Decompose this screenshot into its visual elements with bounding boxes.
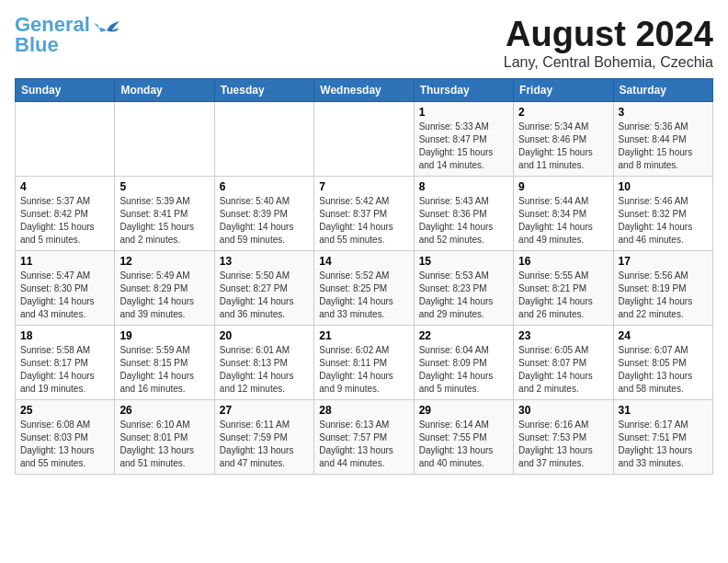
calendar-cell bbox=[314, 102, 414, 177]
day-info: Sunrise: 6:02 AM Sunset: 8:11 PM Dayligh… bbox=[319, 344, 408, 396]
day-info: Sunrise: 5:53 AM Sunset: 8:23 PM Dayligh… bbox=[419, 270, 508, 321]
calendar-cell: 22Sunrise: 6:04 AM Sunset: 8:09 PM Dayli… bbox=[414, 326, 513, 400]
calendar-cell: 4Sunrise: 5:37 AM Sunset: 8:42 PM Daylig… bbox=[16, 177, 115, 251]
day-number: 1 bbox=[419, 106, 508, 119]
day-info: Sunrise: 6:13 AM Sunset: 7:57 PM Dayligh… bbox=[319, 419, 408, 470]
calendar-cell bbox=[16, 102, 115, 177]
main-title: August 2024 bbox=[504, 15, 713, 54]
day-info: Sunrise: 5:59 AM Sunset: 8:15 PM Dayligh… bbox=[119, 344, 209, 396]
day-info: Sunrise: 5:56 AM Sunset: 8:19 PM Dayligh… bbox=[619, 270, 708, 321]
calendar-cell: 17Sunrise: 5:56 AM Sunset: 8:19 PM Dayli… bbox=[613, 251, 712, 326]
week-row-2: 4Sunrise: 5:37 AM Sunset: 8:42 PM Daylig… bbox=[16, 177, 713, 251]
calendar-cell: 1Sunrise: 5:33 AM Sunset: 8:47 PM Daylig… bbox=[414, 102, 513, 177]
column-header-wednesday: Wednesday bbox=[314, 79, 414, 102]
day-number: 4 bbox=[20, 180, 109, 193]
day-info: Sunrise: 5:49 AM Sunset: 8:29 PM Dayligh… bbox=[119, 270, 209, 321]
day-info: Sunrise: 6:05 AM Sunset: 8:07 PM Dayligh… bbox=[518, 344, 608, 396]
column-header-tuesday: Tuesday bbox=[214, 79, 313, 102]
calendar-cell: 28Sunrise: 6:13 AM Sunset: 7:57 PM Dayli… bbox=[314, 400, 414, 475]
calendar-cell: 31Sunrise: 6:17 AM Sunset: 7:51 PM Dayli… bbox=[613, 400, 712, 475]
calendar-cell: 11Sunrise: 5:47 AM Sunset: 8:30 PM Dayli… bbox=[16, 251, 115, 326]
column-header-monday: Monday bbox=[115, 79, 214, 102]
calendar-cell: 9Sunrise: 5:44 AM Sunset: 8:34 PM Daylig… bbox=[514, 177, 613, 251]
day-info: Sunrise: 6:14 AM Sunset: 7:55 PM Dayligh… bbox=[419, 419, 508, 470]
calendar-cell bbox=[214, 102, 313, 177]
day-number: 11 bbox=[20, 255, 109, 268]
day-number: 19 bbox=[119, 329, 209, 342]
day-number: 2 bbox=[518, 106, 608, 119]
day-info: Sunrise: 5:36 AM Sunset: 8:44 PM Dayligh… bbox=[619, 121, 708, 172]
day-info: Sunrise: 6:08 AM Sunset: 8:03 PM Dayligh… bbox=[20, 419, 109, 470]
day-info: Sunrise: 6:07 AM Sunset: 8:05 PM Dayligh… bbox=[619, 344, 708, 396]
day-number: 16 bbox=[518, 255, 608, 268]
week-row-5: 25Sunrise: 6:08 AM Sunset: 8:03 PM Dayli… bbox=[16, 400, 713, 475]
day-number: 13 bbox=[220, 255, 309, 268]
day-number: 24 bbox=[619, 329, 708, 342]
calendar-cell: 8Sunrise: 5:43 AM Sunset: 8:36 PM Daylig… bbox=[414, 177, 513, 251]
day-info: Sunrise: 6:16 AM Sunset: 7:53 PM Dayligh… bbox=[518, 419, 608, 470]
calendar-cell: 24Sunrise: 6:07 AM Sunset: 8:05 PM Dayli… bbox=[613, 326, 712, 400]
calendar-cell: 5Sunrise: 5:39 AM Sunset: 8:41 PM Daylig… bbox=[115, 177, 214, 251]
calendar-cell: 2Sunrise: 5:34 AM Sunset: 8:46 PM Daylig… bbox=[514, 102, 613, 177]
day-number: 6 bbox=[220, 180, 309, 193]
calendar-cell: 26Sunrise: 6:10 AM Sunset: 8:01 PM Dayli… bbox=[115, 400, 214, 475]
day-info: Sunrise: 5:34 AM Sunset: 8:46 PM Dayligh… bbox=[518, 121, 608, 172]
day-info: Sunrise: 5:40 AM Sunset: 8:39 PM Dayligh… bbox=[220, 195, 309, 247]
calendar-cell bbox=[115, 102, 214, 177]
calendar-cell: 29Sunrise: 6:14 AM Sunset: 7:55 PM Dayli… bbox=[414, 400, 513, 475]
calendar-cell: 30Sunrise: 6:16 AM Sunset: 7:53 PM Dayli… bbox=[514, 400, 613, 475]
day-info: Sunrise: 5:52 AM Sunset: 8:25 PM Dayligh… bbox=[319, 270, 408, 321]
logo-text: General Blue bbox=[15, 15, 90, 55]
day-info: Sunrise: 6:04 AM Sunset: 8:09 PM Dayligh… bbox=[419, 344, 508, 396]
calendar-cell: 12Sunrise: 5:49 AM Sunset: 8:29 PM Dayli… bbox=[115, 251, 214, 326]
logo-blue: Blue bbox=[15, 33, 59, 56]
calendar-cell: 13Sunrise: 5:50 AM Sunset: 8:27 PM Dayli… bbox=[214, 251, 313, 326]
day-info: Sunrise: 6:17 AM Sunset: 7:51 PM Dayligh… bbox=[619, 419, 708, 470]
day-info: Sunrise: 6:10 AM Sunset: 8:01 PM Dayligh… bbox=[119, 419, 209, 470]
calendar-cell: 25Sunrise: 6:08 AM Sunset: 8:03 PM Dayli… bbox=[16, 400, 115, 475]
page-header: General Blue August 2024 Lany, Central B… bbox=[15, 15, 713, 71]
calendar-cell: 14Sunrise: 5:52 AM Sunset: 8:25 PM Dayli… bbox=[314, 251, 414, 326]
day-number: 21 bbox=[319, 329, 408, 342]
day-number: 25 bbox=[20, 404, 109, 417]
calendar-cell: 20Sunrise: 6:01 AM Sunset: 8:13 PM Dayli… bbox=[214, 326, 313, 400]
week-row-3: 11Sunrise: 5:47 AM Sunset: 8:30 PM Dayli… bbox=[16, 251, 713, 326]
logo-bird-icon bbox=[94, 21, 119, 41]
day-number: 9 bbox=[518, 180, 608, 193]
calendar-cell: 16Sunrise: 5:55 AM Sunset: 8:21 PM Dayli… bbox=[514, 251, 613, 326]
calendar-cell: 27Sunrise: 6:11 AM Sunset: 7:59 PM Dayli… bbox=[214, 400, 313, 475]
calendar-cell: 23Sunrise: 6:05 AM Sunset: 8:07 PM Dayli… bbox=[514, 326, 613, 400]
subtitle: Lany, Central Bohemia, Czechia bbox=[504, 54, 713, 71]
day-info: Sunrise: 5:33 AM Sunset: 8:47 PM Dayligh… bbox=[419, 121, 508, 172]
day-info: Sunrise: 5:44 AM Sunset: 8:34 PM Dayligh… bbox=[518, 195, 608, 247]
day-info: Sunrise: 5:50 AM Sunset: 8:27 PM Dayligh… bbox=[220, 270, 309, 321]
column-header-friday: Friday bbox=[514, 79, 613, 102]
day-number: 15 bbox=[419, 255, 508, 268]
day-number: 27 bbox=[220, 404, 309, 417]
day-info: Sunrise: 5:58 AM Sunset: 8:17 PM Dayligh… bbox=[20, 344, 109, 396]
day-info: Sunrise: 5:37 AM Sunset: 8:42 PM Dayligh… bbox=[20, 195, 109, 247]
day-number: 31 bbox=[619, 404, 708, 417]
day-number: 18 bbox=[20, 329, 109, 342]
column-header-thursday: Thursday bbox=[414, 79, 513, 102]
title-section: August 2024 Lany, Central Bohemia, Czech… bbox=[504, 15, 713, 71]
day-info: Sunrise: 5:42 AM Sunset: 8:37 PM Dayligh… bbox=[319, 195, 408, 247]
calendar-cell: 15Sunrise: 5:53 AM Sunset: 8:23 PM Dayli… bbox=[414, 251, 513, 326]
day-number: 14 bbox=[319, 255, 408, 268]
day-number: 7 bbox=[319, 180, 408, 193]
day-number: 3 bbox=[619, 106, 708, 119]
day-info: Sunrise: 6:01 AM Sunset: 8:13 PM Dayligh… bbox=[220, 344, 309, 396]
column-header-sunday: Sunday bbox=[16, 79, 115, 102]
week-row-4: 18Sunrise: 5:58 AM Sunset: 8:17 PM Dayli… bbox=[16, 326, 713, 400]
day-number: 17 bbox=[619, 255, 708, 268]
day-number: 26 bbox=[119, 404, 209, 417]
day-info: Sunrise: 5:46 AM Sunset: 8:32 PM Dayligh… bbox=[619, 195, 708, 247]
day-number: 10 bbox=[619, 180, 708, 193]
logo: General Blue bbox=[15, 15, 119, 55]
day-info: Sunrise: 6:11 AM Sunset: 7:59 PM Dayligh… bbox=[220, 419, 309, 470]
calendar-cell: 18Sunrise: 5:58 AM Sunset: 8:17 PM Dayli… bbox=[16, 326, 115, 400]
day-number: 28 bbox=[319, 404, 408, 417]
week-row-1: 1Sunrise: 5:33 AM Sunset: 8:47 PM Daylig… bbox=[16, 102, 713, 177]
calendar-cell: 3Sunrise: 5:36 AM Sunset: 8:44 PM Daylig… bbox=[613, 102, 712, 177]
calendar-header: SundayMondayTuesdayWednesdayThursdayFrid… bbox=[16, 79, 713, 102]
